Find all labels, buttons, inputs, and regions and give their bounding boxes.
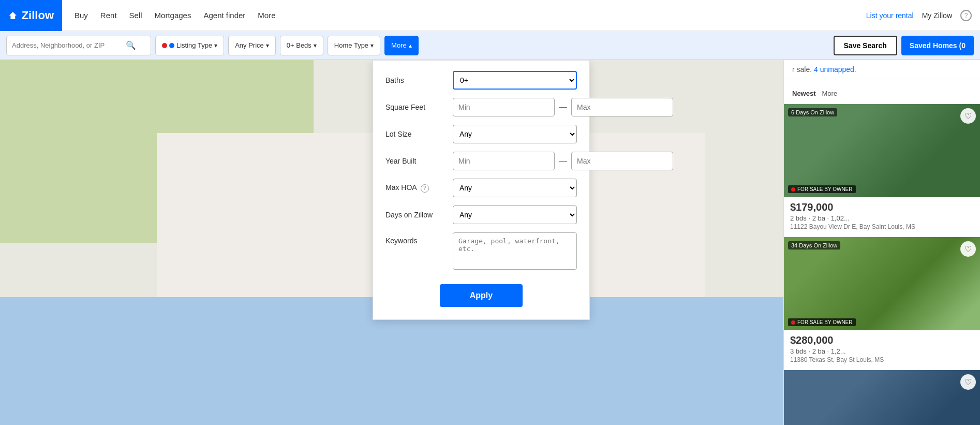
sqft-min-input[interactable] — [453, 98, 555, 116]
lot-size-filter-row: Lot Size Any 1000 sqft 2000 sqft 5000 sq… — [385, 125, 577, 143]
days-on-zillow-filter-control: Any 1 day 7 days 14 days 30 days 90 days… — [453, 206, 577, 224]
save-heart-button[interactable]: ♡ — [960, 108, 976, 124]
search-icon: 🔍 — [126, 40, 136, 50]
logo-text: Zillow — [22, 9, 54, 22]
apply-button[interactable]: Apply — [440, 284, 523, 307]
any-price-chevron — [266, 41, 269, 49]
save-heart-button[interactable]: ♡ — [960, 374, 976, 390]
hoa-help-icon[interactable]: ? — [421, 184, 429, 193]
max-hoa-select[interactable]: Any $50/mo $100/mo $200/mo $500/mo No HO… — [453, 179, 577, 197]
year-built-min-input[interactable] — [453, 152, 555, 170]
listing-card[interactable]: ♡ FOR SALE BY OWNER $135,000 3 bds · 2 b… — [784, 370, 980, 425]
more-chevron — [409, 41, 412, 49]
map-area[interactable]: Baths 0+ 1+ 2+ 3+ 4+ Square Feet — [0, 60, 783, 425]
year-built-max-input[interactable] — [571, 152, 673, 170]
listing-info: $280,000 3 bds · 2 ba · 1,2... 11380 Tex… — [784, 330, 980, 370]
nav-links: Buy Rent Sell Mortgages Agent finder Mor… — [75, 11, 866, 20]
listing-details: 2 bds · 2 ba · 1,02... — [790, 214, 974, 222]
any-price-filter[interactable]: Any Price — [228, 36, 276, 55]
baths-select[interactable]: 0+ 1+ 2+ 3+ 4+ — [453, 71, 577, 90]
sort-newest[interactable]: Newest — [792, 90, 816, 97]
days-on-zillow-filter-row: Days on Zillow Any 1 day 7 days 14 days … — [385, 206, 577, 224]
nav-agent-finder[interactable]: Agent finder — [203, 11, 245, 20]
beds-label: 0+ Beds — [287, 41, 311, 49]
listing-price: $179,000 — [790, 201, 974, 213]
nav-more[interactable]: More — [258, 11, 275, 20]
saved-homes-button[interactable]: Saved Homes (0 — [901, 36, 974, 55]
days-on-zillow-badge: 6 Days On Zillow — [788, 108, 837, 116]
baths-filter-label: Baths — [385, 76, 453, 84]
unmapped-link[interactable]: 4 unmapped. — [814, 65, 856, 74]
listing-type-chevron — [214, 41, 217, 49]
svg-marker-0 — [9, 11, 17, 19]
for-sale-badge: FOR SALE BY OWNER — [788, 318, 856, 326]
more-filter-dropdown: Baths 0+ 1+ 2+ 3+ 4+ Square Feet — [373, 60, 590, 320]
year-built-filter-label: Year Built — [385, 157, 453, 165]
zillow-logo[interactable]: Zillow — [0, 0, 62, 31]
for-sale-badge: FOR SALE BY OWNER — [788, 185, 856, 193]
baths-filter-row: Baths 0+ 1+ 2+ 3+ 4+ — [385, 71, 577, 90]
more-filter[interactable]: More — [384, 36, 419, 55]
listings-panel: r sale. 4 unmapped. Newest More 6 Days O… — [783, 60, 980, 425]
listing-count-bar: r sale. 4 unmapped. — [784, 60, 980, 79]
for-sale-dot — [791, 320, 795, 325]
max-hoa-filter-control: Any $50/mo $100/mo $200/mo $500/mo No HO… — [453, 179, 577, 197]
listing-type-filter[interactable]: Listing Type — [155, 36, 224, 55]
listings-header: Newest More — [784, 79, 980, 104]
listing-address: 11122 Bayou View Dr E, Bay Saint Louis, … — [790, 223, 974, 230]
for-sale-dot — [791, 187, 795, 192]
baths-filter-control: 0+ 1+ 2+ 3+ 4+ — [453, 71, 577, 90]
listing-type-label: Listing Type — [176, 41, 212, 49]
save-search-button[interactable]: Save Search — [834, 36, 897, 55]
help-icon[interactable]: ? — [960, 10, 972, 21]
keywords-textarea[interactable] — [453, 232, 577, 270]
nav-sell[interactable]: Sell — [129, 11, 142, 20]
keywords-filter-control — [453, 232, 577, 272]
year-built-filter-control: — — [453, 152, 673, 170]
year-built-range-dash: — — [559, 156, 567, 166]
any-price-label: Any Price — [235, 41, 264, 49]
save-heart-button[interactable]: ♡ — [960, 241, 976, 257]
sqft-filter-control: — — [453, 98, 673, 116]
filter-bar: 🔍 Listing Type Any Price 0+ Beds Home Ty… — [0, 31, 980, 60]
listing-address: 11380 Texas St, Bay St Louis, MS — [790, 356, 974, 363]
listing-dot-blue — [169, 43, 174, 48]
search-box: 🔍 — [6, 36, 151, 55]
home-type-filter[interactable]: Home Type — [328, 36, 380, 55]
lot-size-select[interactable]: Any 1000 sqft 2000 sqft 5000 sqft 1 acre… — [453, 125, 577, 143]
sqft-range-dash: — — [559, 102, 567, 112]
nav-rent[interactable]: Rent — [100, 11, 117, 20]
max-hoa-filter-label: Max HOA ? — [385, 183, 453, 193]
more-label: More — [391, 41, 407, 49]
listing-count-text: r sale. 4 unmapped. — [792, 65, 856, 74]
beds-chevron — [314, 41, 317, 49]
sqft-max-input[interactable] — [571, 98, 673, 116]
sqft-filter-label: Square Feet — [385, 103, 453, 111]
sqft-filter-row: Square Feet — — [385, 98, 577, 116]
keywords-filter-label: Keywords — [385, 232, 453, 245]
apply-button-row: Apply — [385, 280, 577, 307]
home-type-chevron — [370, 41, 374, 49]
search-input[interactable] — [12, 41, 126, 49]
listing-card[interactable]: 34 Days On Zillow ♡ FOR SALE BY OWNER $2… — [784, 237, 980, 370]
max-hoa-filter-row: Max HOA ? Any $50/mo $100/mo $200/mo $50… — [385, 179, 577, 197]
sort-row: Newest More — [792, 90, 972, 97]
listing-details: 3 bds · 2 ba · 1,2... — [790, 347, 974, 355]
year-built-filter-row: Year Built — — [385, 152, 577, 170]
listing-card[interactable]: 6 Days On Zillow ♡ FOR SALE BY OWNER $17… — [784, 104, 980, 237]
lot-size-filter-label: Lot Size — [385, 130, 453, 138]
days-on-zillow-select[interactable]: Any 1 day 7 days 14 days 30 days 90 days… — [453, 206, 577, 224]
nav-mortgages[interactable]: Mortgages — [155, 11, 191, 20]
sort-more[interactable]: More — [822, 90, 838, 97]
listing-dot-red — [162, 43, 167, 48]
lot-size-filter-control: Any 1000 sqft 2000 sqft 5000 sqft 1 acre… — [453, 125, 577, 143]
days-on-zillow-filter-label: Days on Zillow — [385, 211, 453, 219]
top-navigation: Zillow Buy Rent Sell Mortgages Agent fin… — [0, 0, 980, 31]
beds-filter[interactable]: 0+ Beds — [280, 36, 323, 55]
listing-image: 6 Days On Zillow ♡ FOR SALE BY OWNER — [784, 104, 980, 197]
list-your-rental-link[interactable]: List your rental — [866, 11, 914, 20]
my-zillow-link[interactable]: My Zillow — [922, 11, 952, 20]
main-content: Baths 0+ 1+ 2+ 3+ 4+ Square Feet — [0, 60, 980, 425]
nav-buy[interactable]: Buy — [75, 11, 88, 20]
home-type-label: Home Type — [334, 41, 368, 49]
